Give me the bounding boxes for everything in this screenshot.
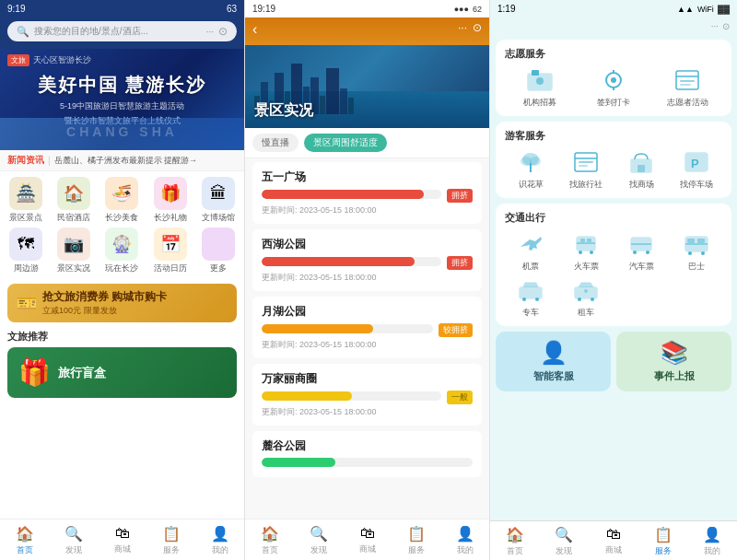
tab-live[interactable]: 慢直播 [252,134,298,152]
service-nav2-label: 服务 [408,544,425,556]
svg-rect-1 [532,70,539,76]
camera-icon[interactable]: ⊙ [218,25,228,38]
service-checkin[interactable]: 签到打卡 [579,66,649,109]
nav-home-3[interactable]: 🏠 首页 [490,526,540,557]
me-nav3-icon: 👤 [703,526,721,543]
nav-shop-2[interactable]: 🛍 商城 [343,525,392,556]
category-grid: 🏯 景区景点 🏠 民宿酒店 🍜 长沙美食 🎁 长沙礼物 🏛 文博场馆 🗺 周边游… [0,171,244,280]
more-action-icon[interactable]: ··· [458,21,467,34]
travel-box-label: 旅行盲盒 [58,365,106,381]
mall-label: 找商场 [629,179,654,191]
service-bus[interactable]: 巴士 [671,230,722,273]
nav-shop-1[interactable]: 🛍 商城 [98,525,146,556]
dots-icon-3[interactable]: ··· [711,21,719,31]
bottom-cards: 👤 智能客服 📚 事件上报 [496,332,731,391]
svg-point-40 [522,298,526,301]
nav-service-1[interactable]: 📋 服务 [146,525,195,556]
hero-actions: ··· ⊙ [458,21,482,34]
crowd-time-xihu: 更新时间: 2023-05-15 18:00:00 [262,272,473,284]
service-bus-ticket[interactable]: 汽车票 [615,230,667,273]
travel-section: 文旅推荐 🎁 旅行盲盒 [7,330,237,398]
crowd-item-wanjiali: 万家丽商圈 一般 更新时间: 2023-05-15 18:00:00 [252,364,482,426]
train-label: 火车票 [574,261,599,273]
service-taxi[interactable]: 专车 [505,276,556,319]
nav-discover-2[interactable]: 🔍 发现 [294,525,343,556]
cat-nearby[interactable]: 🗺 周边游 [4,228,48,274]
circle-icon[interactable]: ⊙ [473,21,482,34]
search-placeholder: 搜索您的目的地/景点/酒店... [34,25,148,38]
smart-service-card[interactable]: 👤 智能客服 [496,332,611,391]
plant-icon [514,148,547,176]
bottom-nav-1: 🏠 首页 🔍 发现 🛍 商城 📋 服务 👤 我的 [0,519,244,560]
nav-me-3[interactable]: 👤 我的 [687,526,737,557]
search-bar[interactable]: 🔍 搜索您的目的地/景点/酒店... ··· ⊙ [7,21,237,41]
cat-museum[interactable]: 🏛 文博场馆 [196,177,240,224]
cat-live[interactable]: 📷 景区实况 [52,228,96,274]
panel-services: 1:19 ▲▲ WiFi ▓▓ ··· ⊙ 志愿服务 机构招募 [490,0,737,560]
nav-discover-1[interactable]: 🔍 发现 [49,525,98,556]
report-card[interactable]: 📚 事件上报 [616,332,731,391]
flight-label: 机票 [522,261,539,273]
cat-scenic[interactable]: 🏯 景区景点 [4,177,48,224]
hero-banner: 文旅 天心区智游长沙 CHANG SHA 美好中国 慧游长沙 5-19中国旅游日… [0,49,244,150]
promo-sub: 立减100元 限量发放 [42,305,167,317]
me-nav-label: 我的 [212,544,228,556]
home-nav2-label: 首页 [262,544,278,556]
gift-cat-icon: 🎁 [154,177,187,210]
cat-more[interactable]: 更多 [196,228,240,274]
nav-discover-3[interactable]: 🔍 发现 [540,526,590,557]
svg-point-24 [579,251,582,254]
taxi-label: 专车 [522,307,539,319]
parking-icon: P [680,148,713,176]
bus-ticket-label: 汽车票 [629,261,654,273]
nav-service-3[interactable]: 📋 服务 [638,526,688,557]
nav-shop-3[interactable]: 🛍 商城 [589,526,638,557]
flight-icon [514,230,547,258]
crowd-name-wuyi: 五一广场 [262,169,473,185]
nav-me-2[interactable]: 👤 我的 [440,525,489,556]
back-button[interactable]: ‹ [252,21,257,38]
volunteer-title: 志愿服务 [505,47,722,61]
activity-label: 志愿者活动 [667,97,708,109]
circle-icon-3[interactable]: ⊙ [722,21,730,31]
service-rental[interactable]: 租车 [560,276,612,319]
svg-point-35 [701,251,705,255]
service-activity[interactable]: 志愿者活动 [652,66,722,109]
travel-card[interactable]: 🎁 旅行盲盒 [7,347,237,398]
promo-banner[interactable]: 🎫 抢文旅消费券 购城市购卡 立减100元 限量发放 [7,284,237,322]
search-area: 🔍 搜索您的目的地/景点/酒店... ··· ⊙ [0,18,244,49]
service-travel-agency[interactable]: 找旅行社 [560,148,612,191]
service-parking[interactable]: P 找停车场 [671,148,722,191]
service-recruit[interactable]: 机构招募 [505,66,575,109]
service-train[interactable]: 火车票 [560,230,612,273]
crowd-name-yuehu: 月湖公园 [262,304,473,320]
city-name-bg: CHANG SHA [0,124,244,139]
nav-me-1[interactable]: 👤 我的 [195,525,244,556]
service-flight[interactable]: 机票 [505,230,556,273]
news-label: 新闻资讯 [7,154,44,167]
nav-home-1[interactable]: 🏠 首页 [0,525,49,556]
bus-ticket-icon [625,230,658,258]
nav-service-2[interactable]: 📋 服务 [392,525,440,556]
cat-play[interactable]: 🎡 玩在长沙 [99,228,144,274]
nav-home-2[interactable]: 🏠 首页 [245,525,294,556]
more-icon[interactable]: ··· [206,27,214,37]
svg-rect-38 [697,239,705,243]
tab-crowd[interactable]: 景区周围舒适度 [304,134,387,152]
cat-calendar[interactable]: 📅 活动日历 [148,228,193,274]
crowd-name-xihu: 西湖公园 [262,237,473,252]
banner-org: 天心区智游长沙 [33,54,91,66]
recruit-label: 机构招募 [523,97,556,109]
signal-icon-3: ▲▲ [677,5,694,14]
cat-food[interactable]: 🍜 长沙美食 [99,177,144,224]
hotel-icon: 🏠 [57,177,90,210]
crowd-time-wuyi: 更新时间: 2023-05-15 18:00:00 [262,204,473,216]
svg-point-43 [578,298,581,301]
discover-nav-icon: 🔍 [64,525,83,542]
svg-point-2 [536,77,544,85]
cat-hotel[interactable]: 🏠 民宿酒店 [52,177,96,224]
cat-gift[interactable]: 🎁 长沙礼物 [148,177,193,224]
food-icon: 🍜 [105,177,138,210]
service-mall[interactable]: 找商场 [615,148,667,191]
service-plant[interactable]: 识花草 [505,148,556,191]
